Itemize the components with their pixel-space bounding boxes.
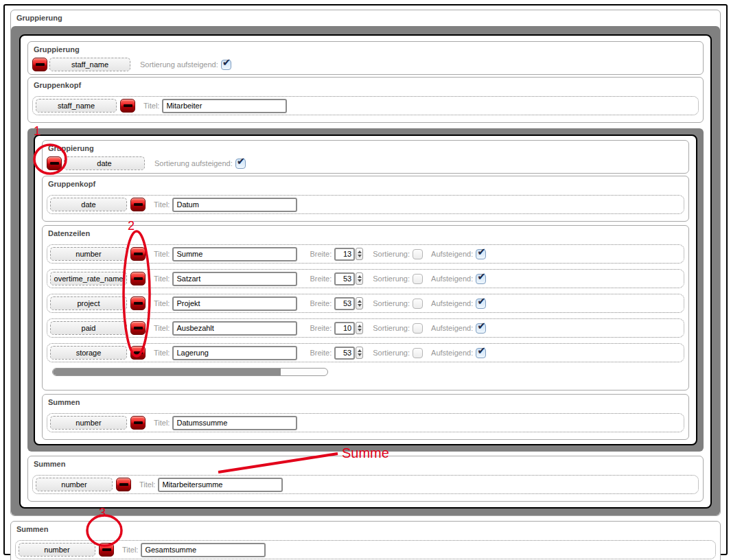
field-button-date[interactable]: date: [64, 156, 145, 170]
field-button[interactable]: number: [50, 247, 127, 261]
width-label: Breite:: [310, 275, 332, 283]
title-input[interactable]: [172, 247, 297, 261]
minus-icon: [36, 63, 45, 66]
remove-button[interactable]: [120, 99, 135, 113]
ascending-checkbox[interactable]: [476, 299, 486, 309]
ascending-checkbox[interactable]: [476, 274, 486, 284]
title-label: Titel:: [143, 102, 159, 110]
ascending-label: Aufsteigend:: [431, 275, 473, 283]
title-input[interactable]: [141, 543, 266, 557]
minus-icon: [50, 162, 59, 165]
remove-button[interactable]: [130, 321, 146, 335]
field-button-number[interactable]: number: [50, 416, 127, 430]
title-input[interactable]: [172, 321, 297, 336]
grouping-row-staff: staff_name Sortierung aufsteigend:: [28, 58, 703, 74]
width-value[interactable]: 53: [334, 347, 355, 360]
field-button-number[interactable]: number: [36, 478, 113, 491]
remove-button[interactable]: [130, 198, 146, 211]
sort-checkbox[interactable]: [413, 348, 423, 358]
field-button[interactable]: project: [50, 296, 127, 310]
stepper-arrows-icon[interactable]: [356, 297, 363, 310]
sort-checkbox[interactable]: [413, 299, 423, 309]
sort-ascending-checkbox[interactable]: [221, 60, 231, 70]
stepper-arrows-icon[interactable]: [356, 322, 363, 334]
width-value[interactable]: 13: [334, 248, 355, 261]
field-button[interactable]: paid: [50, 321, 127, 335]
ascending-checkbox[interactable]: [476, 323, 486, 334]
data-row: paid Titel: Breite: 10 Sortierung:: [47, 318, 684, 338]
sort-label: Sortierung:: [373, 275, 410, 283]
title-label: Titel:: [154, 200, 170, 209]
fieldset-groupheader-staff: Gruppenkopf staff_name Titel:: [27, 77, 704, 123]
group-panel-staff: Gruppierung staff_name Sortierung aufste…: [19, 34, 712, 509]
fieldset-legend: Gruppierung: [28, 42, 703, 58]
scrollbar-thumb[interactable]: [53, 369, 281, 375]
field-button[interactable]: storage: [50, 346, 127, 360]
sums-row-date: number Titel:: [47, 413, 684, 432]
remove-button[interactable]: [32, 58, 47, 71]
remove-button-annotated-1[interactable]: [47, 156, 62, 170]
width-label: Breite:: [310, 299, 332, 307]
fieldset-legend: Summen: [28, 456, 703, 472]
field-button-staff-name[interactable]: staff_name: [36, 99, 117, 113]
remove-button[interactable]: [116, 478, 131, 491]
title-input[interactable]: [172, 416, 297, 430]
title-input[interactable]: [162, 99, 287, 113]
width-stepper[interactable]: 13: [334, 248, 363, 261]
fieldset-grouping-staff: Gruppierung staff_name Sortierung aufste…: [27, 41, 704, 75]
data-row: project Titel: Breite: 53 Sortierung:: [47, 294, 684, 313]
sort-ascending-label: Sortierung aufsteigend:: [154, 159, 233, 167]
title-label: Titel:: [154, 250, 170, 258]
sort-label: Sortierung:: [373, 299, 410, 307]
page-frame: Gruppierung Gruppierung staff_name Sorti…: [3, 4, 728, 555]
field-button-date[interactable]: date: [50, 198, 127, 211]
field-button-number[interactable]: number: [19, 543, 95, 557]
field-button-staff-name[interactable]: staff_name: [49, 58, 130, 71]
minus-icon: [102, 548, 111, 551]
title-input[interactable]: [172, 346, 297, 360]
sort-ascending-label: Sortierung aufsteigend:: [140, 60, 218, 69]
groupheader-row-staff: staff_name Titel:: [32, 96, 699, 115]
ascending-checkbox[interactable]: [476, 249, 486, 259]
stepper-arrows-icon[interactable]: [356, 272, 363, 285]
minus-icon: [134, 277, 143, 280]
sort-ascending-checkbox[interactable]: [235, 159, 246, 169]
remove-button[interactable]: [130, 296, 146, 310]
minus-icon: [134, 302, 143, 305]
width-value[interactable]: 10: [334, 322, 355, 335]
remove-button[interactable]: [130, 272, 146, 285]
title-input-annotated-summe[interactable]: [158, 478, 283, 492]
sort-checkbox[interactable]: [413, 249, 423, 259]
fieldset-legend: Gruppierung: [43, 141, 688, 156]
minus-icon: [134, 203, 143, 206]
fieldset-legend: Gruppierung: [11, 10, 720, 26]
remove-button[interactable]: [130, 416, 146, 430]
fieldset-legend: Datenzeilen: [43, 226, 688, 242]
width-stepper[interactable]: 53: [334, 347, 363, 360]
width-stepper[interactable]: 10: [334, 322, 363, 335]
width-stepper[interactable]: 53: [334, 272, 363, 285]
fieldset-legend: Gruppenkopf: [43, 176, 688, 192]
stepper-arrows-icon[interactable]: [356, 248, 363, 260]
fieldset-legend: Gruppenkopf: [28, 78, 703, 93]
width-stepper[interactable]: 53: [334, 297, 363, 310]
ascending-label: Aufsteigend:: [431, 349, 473, 357]
remove-button-annotated-3[interactable]: [99, 543, 114, 557]
width-value[interactable]: 53: [334, 272, 355, 285]
stepper-arrows-icon[interactable]: [356, 347, 363, 359]
sort-label: Sortierung:: [373, 324, 410, 332]
ascending-checkbox[interactable]: [476, 348, 486, 358]
sort-label: Sortierung:: [373, 349, 410, 357]
field-button[interactable]: overtime_rate_name: [50, 272, 127, 285]
title-input[interactable]: [172, 272, 297, 286]
width-value[interactable]: 53: [334, 297, 355, 310]
sort-checkbox[interactable]: [413, 323, 423, 334]
remove-button[interactable]: [130, 346, 146, 360]
remove-button[interactable]: [130, 247, 146, 261]
title-input[interactable]: [172, 198, 297, 212]
title-input[interactable]: [172, 296, 297, 311]
sort-checkbox[interactable]: [413, 274, 423, 284]
horizontal-scrollbar[interactable]: [52, 368, 328, 376]
fieldset-legend: Summen: [11, 522, 720, 537]
data-row: storage Titel: Breite: 53 Sortierung:: [47, 343, 684, 362]
